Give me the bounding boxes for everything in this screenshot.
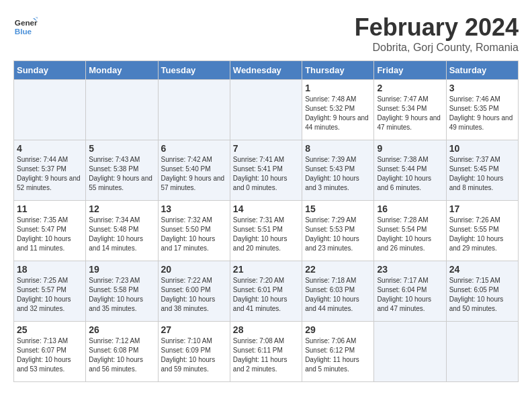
table-row	[446, 322, 518, 382]
table-row: 28Sunrise: 7:08 AM Sunset: 6:11 PM Dayli…	[230, 322, 302, 382]
day-info: Sunrise: 7:13 AM Sunset: 6:07 PM Dayligh…	[17, 336, 83, 374]
header: General Blue February 2024 Dobrita, Gorj…	[13, 13, 519, 54]
table-row: 11Sunrise: 7:35 AM Sunset: 5:47 PM Dayli…	[14, 201, 86, 261]
table-row: 26Sunrise: 7:12 AM Sunset: 6:08 PM Dayli…	[86, 322, 158, 382]
day-info: Sunrise: 7:48 AM Sunset: 5:32 PM Dayligh…	[305, 95, 371, 132]
week-row-1: 1Sunrise: 7:48 AM Sunset: 5:32 PM Daylig…	[14, 80, 519, 140]
svg-text:Blue: Blue	[15, 27, 32, 36]
day-info: Sunrise: 7:31 AM Sunset: 5:51 PM Dayligh…	[233, 216, 299, 253]
day-info: Sunrise: 7:26 AM Sunset: 5:55 PM Dayligh…	[449, 216, 515, 253]
day-number: 13	[161, 203, 227, 214]
day-number: 15	[305, 203, 371, 214]
table-row: 3Sunrise: 7:46 AM Sunset: 5:35 PM Daylig…	[446, 80, 518, 140]
col-thursday: Thursday	[302, 61, 374, 80]
week-row-5: 25Sunrise: 7:13 AM Sunset: 6:07 PM Dayli…	[14, 322, 519, 382]
day-info: Sunrise: 7:10 AM Sunset: 6:09 PM Dayligh…	[161, 336, 227, 374]
table-row: 2Sunrise: 7:47 AM Sunset: 5:34 PM Daylig…	[374, 80, 446, 140]
day-number: 2	[377, 83, 443, 93]
col-sunday: Sunday	[14, 61, 86, 80]
day-info: Sunrise: 7:43 AM Sunset: 5:38 PM Dayligh…	[89, 155, 154, 193]
calendar-title: February 2024	[355, 13, 519, 42]
day-number: 21	[233, 264, 299, 275]
week-row-2: 4Sunrise: 7:44 AM Sunset: 5:37 PM Daylig…	[14, 140, 519, 201]
day-number: 24	[449, 264, 515, 275]
svg-text:General: General	[15, 18, 38, 27]
table-row: 1Sunrise: 7:48 AM Sunset: 5:32 PM Daylig…	[302, 80, 374, 140]
day-number: 12	[89, 203, 154, 214]
table-row: 18Sunrise: 7:25 AM Sunset: 5:57 PM Dayli…	[14, 261, 86, 322]
day-info: Sunrise: 7:17 AM Sunset: 6:04 PM Dayligh…	[377, 276, 443, 314]
day-number: 27	[161, 324, 227, 335]
table-row: 19Sunrise: 7:23 AM Sunset: 5:58 PM Dayli…	[86, 261, 158, 322]
col-friday: Friday	[374, 61, 446, 80]
table-row: 13Sunrise: 7:32 AM Sunset: 5:50 PM Dayli…	[158, 201, 230, 261]
table-row: 20Sunrise: 7:22 AM Sunset: 6:00 PM Dayli…	[158, 261, 230, 322]
table-row: 10Sunrise: 7:37 AM Sunset: 5:45 PM Dayli…	[446, 140, 518, 201]
table-row: 21Sunrise: 7:20 AM Sunset: 6:01 PM Dayli…	[230, 261, 302, 322]
table-row: 6Sunrise: 7:42 AM Sunset: 5:40 PM Daylig…	[158, 140, 230, 201]
day-number: 26	[89, 324, 154, 335]
day-number: 11	[17, 203, 83, 214]
day-info: Sunrise: 7:44 AM Sunset: 5:37 PM Dayligh…	[17, 155, 83, 193]
day-info: Sunrise: 7:34 AM Sunset: 5:48 PM Dayligh…	[89, 216, 154, 253]
table-row: 8Sunrise: 7:39 AM Sunset: 5:43 PM Daylig…	[302, 140, 374, 201]
table-row: 23Sunrise: 7:17 AM Sunset: 6:04 PM Dayli…	[374, 261, 446, 322]
day-number: 7	[233, 143, 299, 154]
day-info: Sunrise: 7:15 AM Sunset: 6:05 PM Dayligh…	[449, 276, 515, 314]
col-saturday: Saturday	[446, 61, 518, 80]
table-row	[230, 80, 302, 140]
table-row: 22Sunrise: 7:18 AM Sunset: 6:03 PM Dayli…	[302, 261, 374, 322]
col-wednesday: Wednesday	[230, 61, 302, 80]
day-info: Sunrise: 7:37 AM Sunset: 5:45 PM Dayligh…	[449, 155, 515, 193]
title-area: February 2024 Dobrita, Gorj County, Roma…	[355, 13, 519, 54]
day-number: 8	[305, 143, 371, 154]
calendar-header-row: Sunday Monday Tuesday Wednesday Thursday…	[14, 61, 519, 80]
day-info: Sunrise: 7:12 AM Sunset: 6:08 PM Dayligh…	[89, 336, 154, 374]
day-number: 1	[305, 83, 371, 93]
day-number: 9	[377, 143, 443, 154]
table-row: 14Sunrise: 7:31 AM Sunset: 5:51 PM Dayli…	[230, 201, 302, 261]
table-row: 7Sunrise: 7:41 AM Sunset: 5:41 PM Daylig…	[230, 140, 302, 201]
day-number: 19	[89, 264, 154, 275]
table-row: 5Sunrise: 7:43 AM Sunset: 5:38 PM Daylig…	[86, 140, 158, 201]
day-number: 25	[17, 324, 83, 335]
calendar-subtitle: Dobrita, Gorj County, Romania	[355, 42, 519, 54]
table-row: 16Sunrise: 7:28 AM Sunset: 5:54 PM Dayli…	[374, 201, 446, 261]
day-info: Sunrise: 7:42 AM Sunset: 5:40 PM Dayligh…	[161, 155, 227, 193]
day-number: 17	[449, 203, 515, 214]
week-row-4: 18Sunrise: 7:25 AM Sunset: 5:57 PM Dayli…	[14, 261, 519, 322]
table-row: 25Sunrise: 7:13 AM Sunset: 6:07 PM Dayli…	[14, 322, 86, 382]
day-number: 18	[17, 264, 83, 275]
table-row	[158, 80, 230, 140]
day-info: Sunrise: 7:29 AM Sunset: 5:53 PM Dayligh…	[305, 216, 371, 253]
day-number: 6	[161, 143, 227, 154]
day-info: Sunrise: 7:06 AM Sunset: 6:12 PM Dayligh…	[305, 336, 371, 374]
table-row	[86, 80, 158, 140]
day-number: 22	[305, 264, 371, 275]
day-info: Sunrise: 7:38 AM Sunset: 5:44 PM Dayligh…	[377, 155, 443, 193]
day-info: Sunrise: 7:39 AM Sunset: 5:43 PM Dayligh…	[305, 155, 371, 193]
table-row: 4Sunrise: 7:44 AM Sunset: 5:37 PM Daylig…	[14, 140, 86, 201]
day-number: 10	[449, 143, 515, 154]
day-number: 28	[233, 324, 299, 335]
day-number: 20	[161, 264, 227, 275]
day-info: Sunrise: 7:46 AM Sunset: 5:35 PM Dayligh…	[449, 95, 515, 132]
day-info: Sunrise: 7:20 AM Sunset: 6:01 PM Dayligh…	[233, 276, 299, 314]
calendar-table: Sunday Monday Tuesday Wednesday Thursday…	[13, 60, 519, 382]
table-row: 12Sunrise: 7:34 AM Sunset: 5:48 PM Dayli…	[86, 201, 158, 261]
day-info: Sunrise: 7:32 AM Sunset: 5:50 PM Dayligh…	[161, 216, 227, 253]
col-tuesday: Tuesday	[158, 61, 230, 80]
day-info: Sunrise: 7:08 AM Sunset: 6:11 PM Dayligh…	[233, 336, 299, 374]
table-row: 27Sunrise: 7:10 AM Sunset: 6:09 PM Dayli…	[158, 322, 230, 382]
table-row: 24Sunrise: 7:15 AM Sunset: 6:05 PM Dayli…	[446, 261, 518, 322]
col-monday: Monday	[86, 61, 158, 80]
day-number: 3	[449, 83, 515, 93]
day-info: Sunrise: 7:25 AM Sunset: 5:57 PM Dayligh…	[17, 276, 83, 314]
logo-icon: General Blue	[13, 13, 38, 38]
day-number: 16	[377, 203, 443, 214]
day-number: 23	[377, 264, 443, 275]
table-row: 17Sunrise: 7:26 AM Sunset: 5:55 PM Dayli…	[446, 201, 518, 261]
day-info: Sunrise: 7:35 AM Sunset: 5:47 PM Dayligh…	[17, 216, 83, 253]
day-info: Sunrise: 7:23 AM Sunset: 5:58 PM Dayligh…	[89, 276, 154, 314]
day-number: 5	[89, 143, 154, 154]
